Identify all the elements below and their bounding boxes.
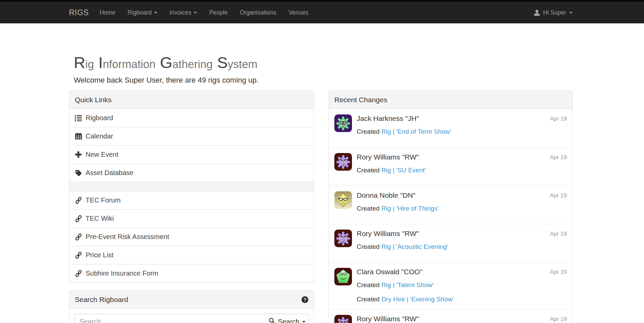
page-title: RigInformationGatheringSystem — [74, 55, 573, 70]
change-link[interactable]: Rig | 'SU Event' — [381, 167, 426, 174]
question-circle-icon[interactable]: ? — [302, 296, 308, 303]
recent-changes-header: Recent Changes — [329, 91, 572, 109]
quick-links-panel: Quick Links RigboardCalendarNew EventAss… — [69, 91, 314, 283]
link-icon — [75, 233, 82, 241]
user-menu-label: Hi Super — [543, 9, 566, 16]
change-description: Created Rig | 'Talent Show' — [357, 281, 567, 289]
nav-item-invoices[interactable]: Invoices — [163, 2, 203, 23]
recent-change-row: Rory Williams "RW" Apr 19 Created Rig | … — [329, 147, 572, 186]
plus-icon — [75, 151, 82, 158]
caret-down-icon — [569, 12, 573, 14]
quick-link-pre-event-risk-assessment[interactable]: Pre-Event Risk Assessment — [69, 228, 314, 246]
quick-link-label: Asset Database — [86, 169, 133, 177]
quick-link-label: Pre-Event Risk Assessment — [86, 233, 169, 241]
link-icon — [75, 215, 82, 222]
person-name: Rory Williams "RW" — [357, 230, 419, 238]
change-date: Apr 19 — [550, 268, 567, 276]
search-button[interactable]: Search — [266, 314, 309, 323]
quick-link-new-event[interactable]: New Event — [69, 145, 314, 164]
recent-change-row: Jack Harkness "JH" Apr 19 Created Rig | … — [329, 109, 572, 147]
change-link[interactable]: Rig | 'End of Term Show' — [381, 128, 451, 135]
tag-icon — [75, 170, 82, 176]
quick-links-separator — [69, 182, 314, 191]
change-link[interactable]: Rig | 'Talent Show' — [381, 281, 434, 288]
change-date: Apr 19 — [550, 153, 567, 161]
quick-link-calendar[interactable]: Calendar — [69, 127, 314, 145]
change-description: Created Rig | 'Acoustic Evening' — [357, 242, 567, 251]
quick-links-header: Quick Links — [69, 91, 314, 109]
navbar: RIGS HomeRigboardInvoicesPeopleOrganisat… — [0, 0, 644, 23]
change-date: Apr 19 — [550, 315, 567, 323]
change-date: Apr 19 — [550, 230, 567, 237]
quick-link-label: TEC Forum — [86, 196, 120, 204]
quick-link-subhire-insurance-form[interactable]: Subhire Insurance Form — [69, 264, 314, 282]
quick-link-label: Price List — [86, 251, 113, 259]
nav-item-organisations[interactable]: Organisations — [234, 2, 283, 23]
quick-link-rigboard[interactable]: Rigboard — [69, 109, 314, 127]
recent-change-row: Donna Noble "DN" Apr 19 Created Rig | 'H… — [329, 186, 572, 224]
search-input[interactable] — [74, 314, 266, 323]
brand-rigs[interactable]: RIGS — [69, 8, 89, 17]
robot-gear-purple-on-maroon-avatar — [334, 315, 352, 323]
recent-changes-list: Jack Harkness "JH" Apr 19 Created Rig | … — [329, 109, 572, 323]
change-description: Created Rig | 'Hire of Things' — [357, 204, 567, 213]
recent-change-row: Rory Williams "RW" Apr 19 Created Rig | … — [329, 224, 572, 262]
robot-gear-purple-on-maroon-avatar — [334, 153, 352, 171]
search-panel-title: Search Rigboard — [75, 296, 128, 304]
quick-link-tec-wiki[interactable]: TEC Wiki — [69, 209, 314, 228]
user-icon — [534, 9, 540, 16]
welcome-text: Welcome back Super User, there are 49 ri… — [74, 76, 573, 85]
person-name: Rory Williams "RW" — [357, 315, 419, 323]
quick-link-label: New Event — [86, 151, 118, 158]
change-link[interactable]: Rig | 'Hire of Things' — [381, 205, 439, 212]
change-description: Created Rig | 'End of Term Show' — [357, 127, 567, 136]
quick-link-label: TEC Wiki — [86, 215, 114, 222]
person-name: Rory Williams "RW" — [357, 153, 419, 161]
main-container: RigInformationGatheringSystem Welcome ba… — [69, 55, 573, 323]
recent-change-row: Clara Oswald "COO" Apr 19 Created Rig | … — [329, 262, 572, 309]
caret-down-icon — [154, 12, 157, 14]
nav-item-people[interactable]: People — [203, 2, 234, 23]
robot-pentagon-green-on-maroon-avatar — [334, 268, 352, 285]
quick-link-label: Subhire Insurance Form — [86, 270, 158, 277]
quick-link-asset-database[interactable]: Asset Database — [69, 164, 314, 182]
search-icon — [269, 318, 275, 323]
change-link[interactable]: Rig | 'Acoustic Evening' — [381, 243, 448, 250]
search-rigboard-panel: Search Rigboard ? Search — [69, 290, 314, 323]
caret-down-icon — [302, 321, 306, 323]
quick-link-tec-forum[interactable]: TEC Forum — [69, 191, 314, 209]
change-description: Created Rig | 'SU Event' — [357, 166, 567, 175]
change-link[interactable]: Dry Hire | 'Evening Show' — [381, 296, 454, 303]
caret-down-icon — [194, 12, 197, 14]
link-icon — [75, 197, 82, 204]
recent-changes-panel: Recent Changes Jack Harkness "JH" Apr 19… — [329, 91, 573, 323]
nav-item-venues[interactable]: Venues — [283, 2, 314, 23]
change-description: Created Dry Hire | 'Evening Show' — [357, 295, 567, 304]
change-date: Apr 19 — [550, 114, 567, 122]
list-icon — [75, 114, 82, 122]
quick-link-label: Rigboard — [86, 114, 113, 122]
nav-item-rigboard[interactable]: Rigboard — [121, 2, 163, 23]
robot-gear-purple-on-maroon-avatar — [334, 230, 352, 247]
robot-diamond-yellow-on-tan-avatar — [334, 191, 352, 209]
person-name: Jack Harkness "JH" — [357, 114, 419, 123]
calendar-icon — [75, 133, 82, 140]
link-icon — [75, 270, 82, 277]
change-date: Apr 19 — [550, 191, 567, 199]
person-name: Clara Oswald "COO" — [357, 268, 423, 276]
robot-gear-green-on-purple-avatar — [334, 114, 352, 132]
nav-item-home[interactable]: Home — [93, 2, 121, 23]
person-name: Donna Noble "DN" — [357, 191, 416, 199]
nav-menu: HomeRigboardInvoicesPeopleOrganisationsV… — [93, 2, 314, 23]
quick-link-price-list[interactable]: Price List — [69, 246, 314, 264]
quick-link-label: Calendar — [86, 132, 113, 140]
recent-change-row: Rory Williams "RW" Apr 19 — [329, 309, 572, 323]
quick-links-list: RigboardCalendarNew EventAsset DatabaseT… — [69, 109, 314, 282]
user-menu[interactable]: Hi Super — [534, 9, 573, 16]
link-icon — [75, 252, 82, 259]
